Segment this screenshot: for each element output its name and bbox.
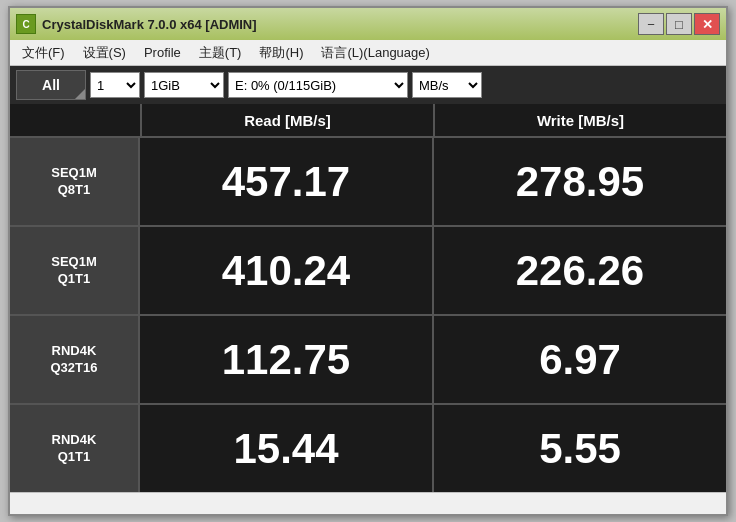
table-row: SEQ1MQ8T1 457.17 278.95	[10, 138, 726, 227]
row-read-rnd4k-q32t16: 112.75	[140, 316, 434, 403]
unit-select[interactable]: MB/s	[412, 72, 482, 98]
row-label-seq1m-q1t1: SEQ1MQ1T1	[10, 227, 140, 314]
window-title: CrystalDiskMark 7.0.0 x64 [ADMIN]	[42, 17, 257, 32]
row-write-seq1m-q1t1: 226.26	[434, 227, 726, 314]
table-row: SEQ1MQ1T1 410.24 226.26	[10, 227, 726, 316]
toolbar: All 1 1GiB E: 0% (0/115GiB) MB/s	[10, 66, 726, 104]
row-read-rnd4k-q1t1: 15.44	[140, 405, 434, 492]
row-write-rnd4k-q1t1: 5.55	[434, 405, 726, 492]
row-read-seq1m-q8t1: 457.17	[140, 138, 434, 225]
table-row: RND4KQ1T1 15.44 5.55	[10, 405, 726, 492]
close-button[interactable]: ✕	[694, 13, 720, 35]
menubar: 文件(F) 设置(S) Profile 主题(T) 帮助(H) 语言(L)(La…	[10, 40, 726, 66]
table-row: RND4KQ32T16 112.75 6.97	[10, 316, 726, 405]
window-controls: − □ ✕	[638, 13, 720, 35]
header-write: Write [MB/s]	[433, 104, 726, 136]
all-button[interactable]: All	[16, 70, 86, 100]
header-label-empty	[10, 104, 140, 136]
menu-item-theme[interactable]: 主题(T)	[191, 42, 250, 64]
titlebar: C CrystalDiskMark 7.0.0 x64 [ADMIN] − □ …	[10, 8, 726, 40]
statusbar	[10, 492, 726, 514]
menu-item-settings[interactable]: 设置(S)	[75, 42, 134, 64]
main-window: C CrystalDiskMark 7.0.0 x64 [ADMIN] − □ …	[8, 6, 728, 516]
row-write-rnd4k-q32t16: 6.97	[434, 316, 726, 403]
row-label-seq1m-q8t1: SEQ1MQ8T1	[10, 138, 140, 225]
app-icon: C	[16, 14, 36, 34]
app-icon-text: C	[22, 19, 29, 30]
table-header: Read [MB/s] Write [MB/s]	[10, 104, 726, 138]
menu-item-help[interactable]: 帮助(H)	[251, 42, 311, 64]
size-select[interactable]: 1GiB	[144, 72, 224, 98]
restore-button[interactable]: □	[666, 13, 692, 35]
titlebar-left: C CrystalDiskMark 7.0.0 x64 [ADMIN]	[16, 14, 257, 34]
count-select[interactable]: 1	[90, 72, 140, 98]
menu-item-language[interactable]: 语言(L)(Language)	[313, 42, 437, 64]
minimize-button[interactable]: −	[638, 13, 664, 35]
menu-item-profile[interactable]: Profile	[136, 43, 189, 62]
row-label-rnd4k-q1t1: RND4KQ1T1	[10, 405, 140, 492]
row-write-seq1m-q8t1: 278.95	[434, 138, 726, 225]
row-label-rnd4k-q32t16: RND4KQ32T16	[10, 316, 140, 403]
drive-select[interactable]: E: 0% (0/115GiB)	[228, 72, 408, 98]
benchmark-table: Read [MB/s] Write [MB/s] SEQ1MQ8T1 457.1…	[10, 104, 726, 492]
menu-item-file[interactable]: 文件(F)	[14, 42, 73, 64]
header-read: Read [MB/s]	[140, 104, 433, 136]
row-read-seq1m-q1t1: 410.24	[140, 227, 434, 314]
